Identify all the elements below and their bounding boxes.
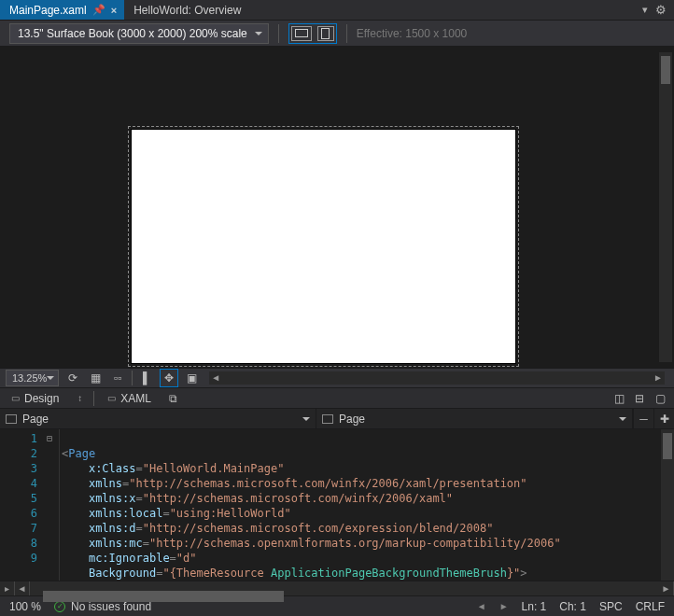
split-vertical-icon[interactable]: ⊟ [631, 390, 648, 407]
chevron-down-icon [619, 417, 626, 421]
designer-hscrollbar[interactable]: ◄ ► [209, 371, 665, 385]
tab-label: MainPage.xaml [9, 4, 87, 17]
nav-prev-icon[interactable]: ◄ [477, 601, 486, 611]
pan-icon[interactable]: ✥ [161, 370, 177, 386]
orientation-toggle [288, 23, 337, 44]
pane-label: XAML [120, 392, 151, 405]
line-status[interactable]: Ln: 1 [522, 600, 547, 613]
chevron-down-icon[interactable]: ▾ [642, 4, 648, 16]
device-label: 13.5" Surface Book (3000 x 2000) 200% sc… [18, 27, 247, 40]
element-label: Page [339, 413, 365, 426]
char-status[interactable]: Ch: 1 [559, 600, 586, 613]
settings-icon[interactable]: ✚ [653, 409, 674, 429]
scrollbar-thumb[interactable] [43, 591, 284, 602]
zoom-label: 13.25% [12, 372, 47, 384]
element-type-selector[interactable]: Page [0, 409, 316, 428]
landscape-button[interactable] [291, 26, 312, 41]
element-path-bar: Page Page ─ ✚ [0, 409, 674, 429]
tab-mainpage-xaml[interactable]: MainPage.xaml 📌 × [0, 0, 124, 20]
collapse-icon[interactable]: ⊟ [47, 431, 59, 446]
portrait-button[interactable] [317, 26, 334, 41]
split-pane-header: ▭ Design ↕ ▭ XAML ⧉ ◫ ⊟ ▢ [0, 388, 674, 409]
element-icon [322, 414, 333, 424]
scroll-left-icon[interactable]: ◄ [209, 371, 222, 385]
pin-icon[interactable]: 📌 [92, 4, 105, 16]
expand-pane-icon[interactable]: ▢ [652, 390, 668, 407]
go-up-icon[interactable]: ─ [633, 409, 653, 429]
editor-hscrollbar[interactable]: ▸ ◄ ► [0, 581, 674, 595]
editor-vscrollbar[interactable] [661, 429, 674, 581]
check-icon: ✓ [54, 601, 65, 612]
folding-column[interactable]: ⊟ [47, 429, 60, 581]
element-icon [6, 414, 17, 424]
zoom-tool-icon[interactable]: ▣ [183, 370, 200, 386]
effective-size-label: Effective: 1500 x 1000 [357, 27, 468, 40]
scroll-left-icon[interactable]: ◄ [15, 581, 30, 596]
chevron-down-icon [47, 376, 54, 380]
scrollbar-thumb[interactable] [663, 433, 672, 459]
design-pane-tab[interactable]: ▭ Design [6, 388, 64, 409]
design-icon: ▭ [11, 393, 20, 403]
element-member-selector[interactable]: Page [316, 409, 633, 428]
eol-status[interactable]: CRLF [636, 600, 665, 613]
swap-icon: ↕ [77, 393, 80, 403]
minimap[interactable] [663, 463, 672, 577]
zoom-toolbar: 13.25% ⟳ ▦ ▫▫ ▌ ✥ ▣ ◄ ► [0, 368, 674, 388]
landscape-icon [295, 29, 308, 37]
chevron-down-icon [255, 32, 262, 35]
snap-lines-icon[interactable]: ▌ [138, 370, 155, 386]
chevron-down-icon [302, 417, 310, 421]
designer-toolbar: 13.5" Surface Book (3000 x 2000) 200% sc… [0, 21, 674, 47]
tab-label: HelloWorld: Overview [133, 4, 241, 17]
designer-vscrollbar[interactable] [659, 52, 672, 362]
scroll-right-icon[interactable]: ► [659, 581, 674, 596]
nav-next-icon[interactable]: ► [499, 601, 509, 611]
zoom-selector[interactable]: 13.25% [6, 370, 59, 386]
snap-icon[interactable]: ▫▫ [109, 370, 126, 386]
swap-panes[interactable]: ↕ [72, 388, 86, 409]
refresh-icon[interactable]: ⟳ [64, 370, 81, 386]
indent-status[interactable]: SPC [599, 600, 623, 613]
issues-label: No issues found [71, 600, 151, 613]
document-tabs: MainPage.xaml 📌 × HelloWorld: Overview ▾… [0, 0, 674, 21]
close-icon[interactable]: × [111, 5, 117, 16]
device-selector[interactable]: 13.5" Surface Book (3000 x 2000) 200% sc… [9, 23, 269, 44]
tab-overview[interactable]: HelloWorld: Overview [124, 0, 248, 20]
split-icon[interactable]: ▸ [0, 581, 15, 596]
popout-icon[interactable]: ⧉ [164, 390, 181, 407]
xaml-editor[interactable]: 1 2 3 4 5 6 7 8 9 ⊟ <Page x:Class="Hello… [0, 429, 674, 581]
xaml-pane-tab[interactable]: ▭ XAML [102, 388, 157, 409]
design-canvas[interactable] [0, 47, 674, 368]
gear-icon[interactable]: ⚙ [655, 3, 667, 17]
zoom-status[interactable]: 100 % [9, 600, 41, 613]
issues-status[interactable]: ✓ No issues found [54, 600, 151, 613]
scrollbar-thumb[interactable] [661, 56, 670, 84]
split-horizontal-icon[interactable]: ◫ [611, 390, 627, 407]
page-preview[interactable] [131, 129, 516, 364]
code-content[interactable]: <Page x:Class="HelloWorld.MainPage" xmln… [60, 429, 661, 581]
portrait-icon [321, 28, 330, 39]
grid-icon[interactable]: ▦ [87, 370, 104, 386]
line-numbers: 1 2 3 4 5 6 7 8 9 [0, 429, 47, 581]
pane-label: Design [24, 392, 59, 405]
element-label: Page [22, 413, 49, 426]
scroll-right-icon[interactable]: ► [652, 371, 665, 385]
xaml-icon: ▭ [107, 393, 116, 403]
